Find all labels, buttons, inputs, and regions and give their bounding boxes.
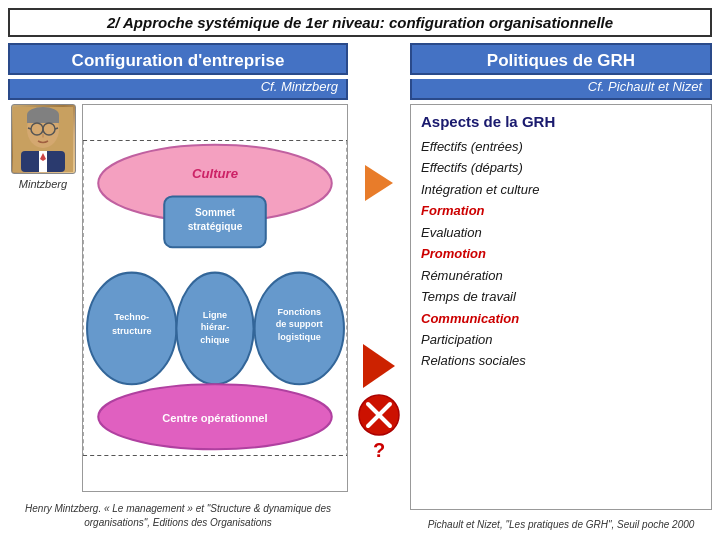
person-label-text: Mintzberg [19, 178, 67, 190]
svg-line-8 [55, 128, 58, 129]
arrow-right-red-icon [363, 344, 395, 388]
svg-text:Fonctions: Fonctions [277, 307, 321, 317]
main-row: Configuration d'entreprise Cf. Mintzberg [8, 43, 712, 532]
config-subtitle-text: Cf. Mintzberg [261, 79, 338, 94]
middle-col: ? [354, 43, 404, 532]
politiques-header: Politiques de GRH [410, 43, 712, 75]
aspect-item-6: Rémunération [421, 265, 701, 286]
svg-text:logistique: logistique [278, 332, 321, 342]
top-title: 2/ Approche systémique de 1er niveau: co… [8, 8, 712, 37]
aspect-item-2: Intégration et culture [421, 179, 701, 200]
bottom-arrow-block: ? [358, 344, 400, 460]
svg-text:Culture: Culture [192, 166, 238, 181]
aspect-item-10: Relations sociales [421, 350, 701, 371]
svg-text:structure: structure [112, 326, 152, 336]
right-column: Politiques de GRH Cf. Pichault et Nizet … [410, 43, 712, 532]
aspect-item-9: Participation [421, 329, 701, 350]
aspect-item-0: Effectifs (entrées) [421, 136, 701, 157]
left-content-row: Mintzberg Culture Sommet [8, 104, 348, 492]
x-question-block: ? [358, 394, 400, 460]
aspects-title-text: Aspects de la GRH [421, 113, 555, 130]
page: 2/ Approche systémique de 1er niveau: co… [0, 0, 720, 540]
left-column: Configuration d'entreprise Cf. Mintzberg [8, 43, 348, 532]
svg-text:Techno-: Techno- [114, 312, 149, 322]
aspect-item-7: Temps de travail [421, 286, 701, 307]
right-citation: Pichault et Nizet, "Les pratiques de GRH… [410, 518, 712, 532]
svg-rect-3 [27, 115, 59, 123]
aspects-title: Aspects de la GRH [421, 113, 701, 130]
aspect-item-1: Effectifs (départs) [421, 157, 701, 178]
mintzberg-label: Mintzberg [19, 178, 67, 190]
svg-text:de support: de support [276, 319, 323, 329]
person-svg [13, 107, 73, 172]
aspect-item-4: Evaluation [421, 222, 701, 243]
svg-line-7 [28, 128, 31, 129]
right-citation-text: Pichault et Nizet, "Les pratiques de GRH… [428, 519, 695, 530]
photo-box: Mintzberg [8, 104, 78, 492]
left-citation-text: Henry Mintzberg. « Le management » et "S… [25, 503, 331, 528]
aspect-item-8: Communication [421, 308, 701, 329]
diagram-svg: Culture Sommet stratégique Techno- struc… [83, 105, 347, 491]
aspect-item-3: Formation [421, 200, 701, 221]
top-title-text: 2/ Approche systémique de 1er niveau: co… [107, 14, 613, 31]
config-header: Configuration d'entreprise [8, 43, 348, 75]
mintzberg-photo [11, 104, 76, 174]
left-citation: Henry Mintzberg. « Le management » et "S… [8, 500, 348, 532]
aspects-list: Effectifs (entrées)Effectifs (départs)In… [421, 136, 701, 372]
svg-text:Sommet: Sommet [195, 207, 236, 218]
arrow-right-icon [365, 165, 393, 201]
config-header-text: Configuration d'entreprise [72, 51, 285, 70]
politiques-subtitle-text: Cf. Pichault et Nizet [588, 79, 702, 94]
svg-text:chique: chique [200, 335, 229, 345]
x-circle-icon [358, 394, 400, 436]
svg-text:Centre opérationnel: Centre opérationnel [162, 412, 267, 424]
top-arrow-block [365, 165, 393, 201]
svg-text:hiérar-: hiérar- [201, 322, 229, 332]
svg-text:stratégique: stratégique [188, 221, 243, 232]
politiques-subtitle: Cf. Pichault et Nizet [410, 79, 712, 100]
question-mark: ? [358, 440, 400, 460]
aspect-item-5: Promotion [421, 243, 701, 264]
svg-text:Ligne: Ligne [203, 310, 227, 320]
politiques-header-text: Politiques de GRH [487, 51, 635, 70]
config-subtitle: Cf. Mintzberg [8, 79, 348, 100]
aspects-box: Aspects de la GRH Effectifs (entrées)Eff… [410, 104, 712, 510]
mintzberg-diagram: Culture Sommet stratégique Techno- struc… [82, 104, 348, 492]
